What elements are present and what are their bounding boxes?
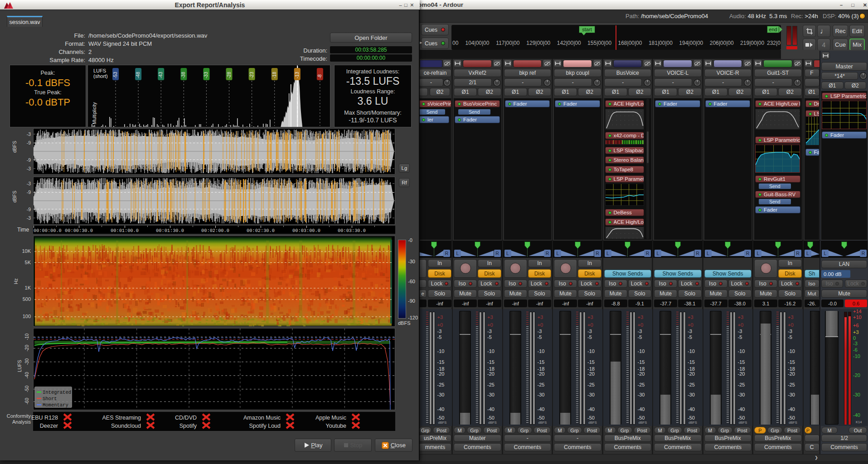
svg-text:(short): (short) — [93, 73, 108, 79]
svg-text:-33: -33 — [204, 72, 209, 78]
svg-text:-53: -53 — [113, 72, 118, 78]
svg-text:00:01:00.0: 00:01:00.0 — [111, 228, 139, 233]
svg-text:Multiplicity: Multiplicity — [92, 102, 97, 124]
svg-text:00:01:30.0: 00:01:30.0 — [156, 228, 184, 233]
svg-text:-8: -8 — [317, 74, 322, 78]
svg-text:LUFS: LUFS — [93, 68, 106, 73]
svg-text:-48: -48 — [136, 72, 141, 78]
svg-text:00:03:30.0: 00:03:30.0 — [338, 228, 366, 233]
svg-text:Integrated: Integrated — [43, 390, 71, 395]
svg-text:-43: -43 — [158, 72, 163, 78]
svg-text:Momentary: Momentary — [43, 402, 68, 408]
svg-text:00:00:30.0: 00:00:30.0 — [65, 228, 93, 233]
svg-text:-13: -13 — [295, 72, 300, 78]
svg-text:00:02:00.0: 00:02:00.0 — [201, 228, 229, 233]
svg-text:-38: -38 — [181, 72, 186, 78]
svg-text:00:02:30.0: 00:02:30.0 — [247, 228, 275, 233]
svg-text:Short: Short — [43, 396, 57, 401]
svg-text:-28: -28 — [227, 72, 232, 78]
svg-text:00:03:00.0: 00:03:00.0 — [292, 228, 320, 233]
svg-text:00:00:00.0: 00:00:00.0 — [34, 228, 62, 233]
svg-text:-18: -18 — [272, 72, 277, 78]
svg-text:-23: -23 — [249, 72, 254, 78]
